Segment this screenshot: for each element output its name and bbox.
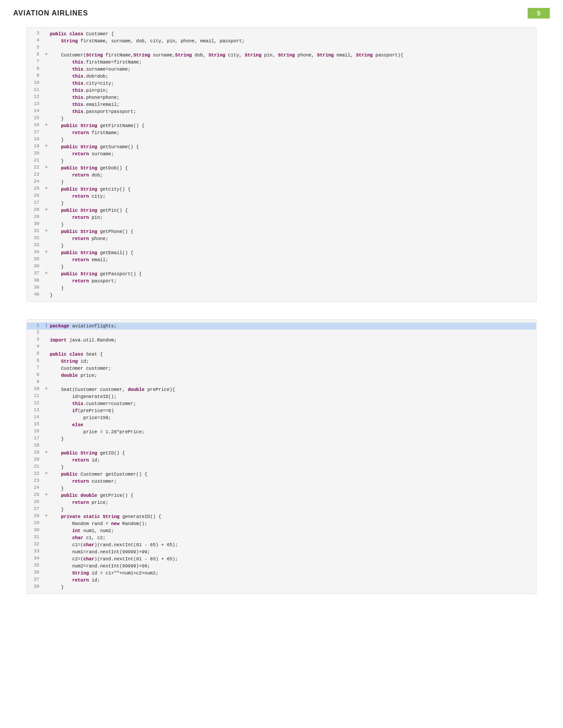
line-number: 29 bbox=[27, 520, 43, 525]
line-number: 13 bbox=[27, 407, 43, 413]
line-content: else bbox=[50, 421, 536, 428]
table-row: 17 return firstName; bbox=[27, 129, 536, 136]
line-number: 11 bbox=[27, 393, 43, 398]
table-row: 23 return dob; bbox=[27, 172, 536, 179]
table-row: 17 } bbox=[27, 435, 536, 443]
table-row: 23 return customer; bbox=[27, 478, 536, 485]
line-content: } bbox=[50, 292, 536, 299]
table-row: 26 return city; bbox=[27, 193, 536, 200]
line-number: 5 bbox=[27, 351, 43, 356]
line-number: 3 bbox=[27, 30, 43, 36]
table-row: 25⊕ public String getcity() { bbox=[27, 186, 536, 193]
table-row: 37 return id; bbox=[27, 577, 536, 584]
line-number: 9 bbox=[27, 379, 43, 384]
line-number: 31 bbox=[27, 228, 43, 233]
line-gutter: ⊕ bbox=[43, 471, 50, 476]
table-row: 1|package aviationflights; bbox=[27, 323, 536, 330]
table-row: 36 String id = c1+""+num1+c2+num2; bbox=[27, 570, 536, 577]
line-gutter: ⊕ bbox=[43, 249, 50, 254]
table-row: 6 String id; bbox=[27, 358, 536, 365]
line-content: } bbox=[50, 435, 536, 443]
table-row: 19⊕ public String getSurname() { bbox=[27, 143, 536, 150]
line-content: } bbox=[50, 242, 536, 249]
line-content: num2=rand.nextInt(99999)+99; bbox=[50, 563, 536, 570]
table-row: 21 } bbox=[27, 158, 536, 165]
line-content: public String getID() { bbox=[50, 450, 536, 457]
table-row: 21 } bbox=[27, 464, 536, 471]
table-row: 32 c1=(char)(rand.nextInt(91 - 65) + 65)… bbox=[27, 541, 536, 548]
line-content: } bbox=[50, 221, 536, 228]
table-row: 14 price=150; bbox=[27, 414, 536, 421]
table-row: 37⊕ public String getPassport() { bbox=[27, 270, 536, 278]
line-number: 38 bbox=[27, 278, 43, 283]
line-number: 25 bbox=[27, 492, 43, 497]
line-number: 15 bbox=[27, 115, 43, 120]
line-content: return dob; bbox=[50, 172, 536, 179]
line-content: int num1, num2; bbox=[50, 527, 536, 534]
line-gutter: ⊕ bbox=[43, 492, 50, 497]
line-number: 36 bbox=[27, 263, 43, 269]
line-number: 23 bbox=[27, 478, 43, 483]
line-number: 22 bbox=[27, 471, 43, 476]
line-number: 8 bbox=[27, 66, 43, 71]
line-number: 26 bbox=[27, 499, 43, 504]
line-number: 4 bbox=[27, 344, 43, 349]
line-content: public String getEmail() { bbox=[50, 249, 536, 256]
table-row: 38 } bbox=[27, 584, 536, 591]
line-content: c2=(char)(rand.nextInt(91 - 65) + 65); bbox=[50, 555, 536, 563]
line-number: 1 bbox=[27, 323, 43, 328]
table-row: 16⊕ public String getFirstName() { bbox=[27, 122, 536, 129]
table-row: 5public class Seat { bbox=[27, 351, 536, 358]
line-content: String id = c1+""+num1+c2+num2; bbox=[50, 570, 536, 577]
table-row: 19⊕ public String getID() { bbox=[27, 450, 536, 457]
line-number: 34 bbox=[27, 249, 43, 255]
line-gutter: ⊕ bbox=[43, 270, 50, 275]
line-number: 24 bbox=[27, 485, 43, 490]
table-row: 18 bbox=[27, 443, 536, 450]
line-content: private static String generateID() { bbox=[50, 513, 536, 520]
table-row: 22⊕ public String getDob() { bbox=[27, 165, 536, 172]
line-content: price=150; bbox=[50, 414, 536, 421]
line-number: 21 bbox=[27, 158, 43, 163]
line-content: double price; bbox=[50, 372, 536, 379]
line-content: this.city=city; bbox=[50, 80, 536, 87]
line-number: 10 bbox=[27, 386, 43, 391]
table-row: 2 bbox=[27, 330, 536, 337]
line-content: public String getDob() { bbox=[50, 165, 536, 172]
table-row: 6⊕ Customer(String firstName,String surn… bbox=[27, 52, 536, 59]
line-number: 32 bbox=[27, 541, 43, 547]
table-row: 10 this.city=city; bbox=[27, 80, 536, 87]
line-number: 14 bbox=[27, 108, 43, 113]
line-content: public String getcity() { bbox=[50, 186, 536, 193]
table-row: 27 } bbox=[27, 506, 536, 513]
line-number: 8 bbox=[27, 372, 43, 377]
table-row: 30 } bbox=[27, 221, 536, 228]
table-row: 34⊕ public String getEmail() { bbox=[27, 249, 536, 256]
line-content: if(prePrice==0) bbox=[50, 407, 536, 414]
line-content: this.customer=customer; bbox=[50, 400, 536, 407]
line-content: return phone; bbox=[50, 235, 536, 242]
line-gutter: ⊕ bbox=[43, 386, 50, 391]
line-content: public class Customer { bbox=[50, 30, 536, 38]
table-row: 9 this.dob=dob; bbox=[27, 73, 536, 80]
line-content: String firstName, surname, dob, city, pi… bbox=[50, 38, 536, 45]
line-number: 31 bbox=[27, 534, 43, 540]
line-number: 6 bbox=[27, 358, 43, 363]
line-number: 11 bbox=[27, 87, 43, 92]
code-block-1: 3public class Customer {4 String firstNa… bbox=[26, 27, 537, 302]
line-content: return firstName; bbox=[50, 129, 536, 136]
line-content: this.pin=pin; bbox=[50, 87, 536, 94]
line-number: 3 bbox=[27, 337, 43, 342]
line-number: 25 bbox=[27, 186, 43, 191]
line-content: Seat(Customer customer, double prePrice)… bbox=[50, 386, 536, 393]
line-number: 17 bbox=[27, 435, 43, 441]
line-number: 22 bbox=[27, 165, 43, 170]
line-content: this.phone=phone; bbox=[50, 94, 536, 101]
table-row: 24 } bbox=[27, 485, 536, 492]
table-row: 16 price = 1.28*prePrice; bbox=[27, 428, 536, 435]
table-row: 40} bbox=[27, 292, 536, 299]
table-row: 36 } bbox=[27, 263, 536, 270]
line-number: 34 bbox=[27, 555, 43, 561]
table-row: 31 char c1, c2; bbox=[27, 534, 536, 541]
line-number: 37 bbox=[27, 577, 43, 582]
